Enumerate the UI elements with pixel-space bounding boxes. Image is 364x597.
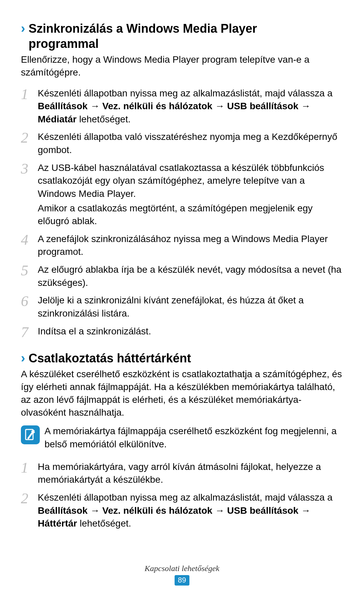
- step-item: Indítsa el a szinkronizálást.: [21, 325, 343, 338]
- heading-line-1: Szinkronizálás a Windows Media Player: [29, 22, 257, 35]
- page: › Szinkronizálás a Windows Media Player …: [0, 0, 364, 597]
- note-text: A memóriakártya fájlmappája cserélhető e…: [44, 425, 343, 451]
- step-item: A zenefájlok szinkronizálásához nyissa m…: [21, 233, 343, 259]
- page-footer: Kapcsolati lehetőségek 89: [0, 564, 364, 586]
- heading-text-mass-storage: Csatlakoztatás háttértárként: [29, 351, 191, 366]
- step-text-pre: Ha memóriakártyára, vagy arról kíván átm…: [38, 461, 321, 485]
- step-item: Készenléti állapotba való visszatéréshez…: [21, 130, 343, 156]
- step-item: Ha memóriakártyára, vagy arról kíván átm…: [21, 460, 343, 486]
- step-text-post: lehetőséget.: [77, 518, 131, 529]
- step-item: Az előugró ablakba írja be a készülék ne…: [21, 263, 343, 289]
- step-text-pre: A zenefájlok szinkronizálásához nyissa m…: [38, 234, 328, 257]
- step-item: Készenléti állapotban nyissa meg az alka…: [21, 87, 343, 126]
- step-item: Készenléti állapotban nyissa meg az alka…: [21, 491, 343, 530]
- step-text-pre: Az előugró ablakba írja be a készülék ne…: [38, 264, 341, 288]
- step-text-pre: Készenléti állapotban nyissa meg az alka…: [38, 88, 333, 98]
- intro-paragraph-sync: Ellenőrizze, hogy a Windows Media Player…: [21, 53, 343, 79]
- step-text-pre: Az USB-kábel használatával csatlakoztass…: [38, 162, 324, 199]
- step-text-pre: Készenléti állapotban nyissa meg az alka…: [38, 492, 333, 503]
- chevron-right-icon: ›: [21, 22, 25, 36]
- step-text-pre: Készenléti állapotba való visszatéréshez…: [38, 131, 337, 155]
- heading-line: Csatlakoztatás háttértárként: [29, 351, 191, 365]
- steps-list-mass-storage: Ha memóriakártyára, vagy arról kíván átm…: [21, 460, 343, 530]
- chevron-right-icon: ›: [21, 351, 25, 365]
- note-row: A memóriakártya fájlmappája cserélhető e…: [21, 425, 343, 451]
- step-text-pre: Jelölje ki a szinkronizálni kívánt zenef…: [38, 295, 304, 319]
- step-text-pre: Indítsa el a szinkronizálást.: [38, 326, 151, 336]
- step-item: Jelölje ki a szinkronizálni kívánt zenef…: [21, 294, 343, 320]
- heading-line-2: programmal: [29, 36, 257, 51]
- step-text-post: lehetőséget.: [77, 114, 130, 124]
- steps-list-sync: Készenléti állapotban nyissa meg az alka…: [21, 87, 343, 338]
- page-number-badge: 89: [175, 575, 189, 586]
- note-icon: [21, 425, 40, 444]
- heading-text-sync: Szinkronizálás a Windows Media Player pr…: [29, 21, 257, 51]
- footer-section-label: Kapcsolati lehetőségek: [0, 564, 364, 573]
- section-heading-mass-storage: › Csatlakoztatás háttértárként: [21, 351, 343, 366]
- section-heading-sync: › Szinkronizálás a Windows Media Player …: [21, 21, 343, 51]
- intro-paragraph-mass-storage: A készüléket cserélhető eszközként is cs…: [21, 368, 343, 419]
- step-text-extra: Amikor a csatlakozás megtörtént, a számí…: [38, 202, 343, 228]
- step-item: Az USB-kábel használatával csatlakoztass…: [21, 161, 343, 228]
